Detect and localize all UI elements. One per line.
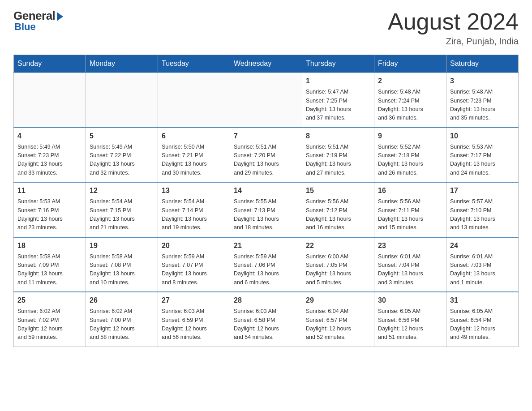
calendar-day-cell: 19Sunrise: 5:58 AMSunset: 7:08 PMDayligh… — [86, 237, 158, 292]
calendar-day-cell: 17Sunrise: 5:57 AMSunset: 7:10 PMDayligh… — [446, 182, 519, 237]
calendar-day-cell: 28Sunrise: 6:03 AMSunset: 6:58 PMDayligh… — [230, 292, 302, 347]
day-number: 16 — [378, 185, 442, 196]
day-info: Sunrise: 6:03 AMSunset: 6:59 PMDaylight:… — [162, 307, 226, 342]
day-number: 19 — [90, 240, 154, 251]
day-number: 25 — [17, 295, 82, 306]
day-number: 15 — [306, 185, 370, 196]
calendar-day-cell: 8Sunrise: 5:51 AMSunset: 7:19 PMDaylight… — [302, 128, 374, 183]
day-info: Sunrise: 5:48 AMSunset: 7:24 PMDaylight:… — [378, 88, 442, 123]
calendar-day-cell: 20Sunrise: 5:59 AMSunset: 7:07 PMDayligh… — [158, 237, 230, 292]
day-info: Sunrise: 5:56 AMSunset: 7:12 PMDaylight:… — [306, 197, 370, 232]
logo-blue-text: Blue — [14, 21, 36, 33]
calendar-table: SundayMondayTuesdayWednesdayThursdayFrid… — [13, 55, 519, 347]
calendar-day-cell: 15Sunrise: 5:56 AMSunset: 7:12 PMDayligh… — [302, 182, 374, 237]
day-info: Sunrise: 6:05 AMSunset: 6:54 PMDaylight:… — [450, 307, 515, 342]
calendar-day-cell: 9Sunrise: 5:52 AMSunset: 7:18 PMDaylight… — [374, 128, 446, 183]
day-info: Sunrise: 5:56 AMSunset: 7:11 PMDaylight:… — [378, 197, 442, 232]
day-info: Sunrise: 6:05 AMSunset: 6:56 PMDaylight:… — [378, 307, 442, 342]
day-info: Sunrise: 5:57 AMSunset: 7:10 PMDaylight:… — [450, 197, 515, 232]
logo-arrow-icon — [57, 12, 63, 21]
day-number: 28 — [234, 295, 298, 306]
day-info: Sunrise: 5:53 AMSunset: 7:17 PMDaylight:… — [450, 143, 515, 178]
day-info: Sunrise: 6:01 AMSunset: 7:03 PMDaylight:… — [450, 253, 515, 287]
day-info: Sunrise: 5:47 AMSunset: 7:25 PMDaylight:… — [306, 88, 370, 123]
day-number: 14 — [234, 185, 298, 196]
day-number: 30 — [378, 295, 442, 306]
calendar-header-sunday: Sunday — [14, 55, 86, 73]
day-number: 6 — [162, 131, 226, 141]
day-info: Sunrise: 6:04 AMSunset: 6:57 PMDaylight:… — [306, 307, 370, 342]
day-number: 17 — [450, 185, 515, 196]
day-number: 12 — [90, 185, 154, 196]
calendar-day-cell — [14, 73, 86, 128]
calendar-day-cell: 25Sunrise: 6:02 AMSunset: 7:02 PMDayligh… — [14, 292, 86, 347]
month-title: August 2024 — [388, 9, 519, 34]
day-info: Sunrise: 5:58 AMSunset: 7:09 PMDaylight:… — [17, 253, 82, 287]
day-info: Sunrise: 5:54 AMSunset: 7:14 PMDaylight:… — [162, 197, 226, 232]
calendar-week-row: 25Sunrise: 6:02 AMSunset: 7:02 PMDayligh… — [14, 292, 519, 347]
calendar-header-monday: Monday — [86, 55, 158, 73]
title-section: August 2024 Zira, Punjab, India — [388, 9, 519, 47]
calendar-header-friday: Friday — [374, 55, 446, 73]
calendar-day-cell — [86, 73, 158, 128]
calendar-header-thursday: Thursday — [302, 55, 374, 73]
calendar-day-cell: 5Sunrise: 5:49 AMSunset: 7:22 PMDaylight… — [86, 128, 158, 183]
day-info: Sunrise: 6:02 AMSunset: 7:02 PMDaylight:… — [17, 307, 82, 342]
day-number: 2 — [378, 76, 442, 86]
day-number: 22 — [306, 240, 370, 251]
calendar-day-cell: 2Sunrise: 5:48 AMSunset: 7:24 PMDaylight… — [374, 73, 446, 128]
day-number: 4 — [17, 131, 82, 141]
day-number: 8 — [306, 131, 370, 141]
calendar-day-cell: 18Sunrise: 5:58 AMSunset: 7:09 PMDayligh… — [14, 237, 86, 292]
calendar-day-cell: 7Sunrise: 5:51 AMSunset: 7:20 PMDaylight… — [230, 128, 302, 183]
calendar-day-cell: 26Sunrise: 6:02 AMSunset: 7:00 PMDayligh… — [86, 292, 158, 347]
calendar-day-cell: 24Sunrise: 6:01 AMSunset: 7:03 PMDayligh… — [446, 237, 519, 292]
day-number: 10 — [450, 131, 515, 141]
day-number: 9 — [378, 131, 442, 141]
calendar-day-cell: 10Sunrise: 5:53 AMSunset: 7:17 PMDayligh… — [446, 128, 519, 183]
day-info: Sunrise: 5:53 AMSunset: 7:16 PMDaylight:… — [17, 197, 82, 232]
calendar-day-cell: 31Sunrise: 6:05 AMSunset: 6:54 PMDayligh… — [446, 292, 519, 347]
day-number: 26 — [90, 295, 154, 306]
day-number: 18 — [17, 240, 82, 251]
calendar-day-cell: 22Sunrise: 6:00 AMSunset: 7:05 PMDayligh… — [302, 237, 374, 292]
calendar-day-cell: 3Sunrise: 5:48 AMSunset: 7:23 PMDaylight… — [446, 73, 519, 128]
day-number: 31 — [450, 295, 515, 306]
day-info: Sunrise: 5:58 AMSunset: 7:08 PMDaylight:… — [90, 253, 154, 287]
calendar-day-cell — [158, 73, 230, 128]
calendar-day-cell: 11Sunrise: 5:53 AMSunset: 7:16 PMDayligh… — [14, 182, 86, 237]
calendar-day-cell: 16Sunrise: 5:56 AMSunset: 7:11 PMDayligh… — [374, 182, 446, 237]
day-number: 29 — [306, 295, 370, 306]
day-number: 23 — [378, 240, 442, 251]
calendar-day-cell: 14Sunrise: 5:55 AMSunset: 7:13 PMDayligh… — [230, 182, 302, 237]
day-info: Sunrise: 5:49 AMSunset: 7:23 PMDaylight:… — [17, 143, 82, 178]
day-number: 3 — [450, 76, 515, 86]
calendar-day-cell: 1Sunrise: 5:47 AMSunset: 7:25 PMDaylight… — [302, 73, 374, 128]
day-number: 24 — [450, 240, 515, 251]
calendar-day-cell: 29Sunrise: 6:04 AMSunset: 6:57 PMDayligh… — [302, 292, 374, 347]
calendar-day-cell — [230, 73, 302, 128]
calendar-day-cell: 30Sunrise: 6:05 AMSunset: 6:56 PMDayligh… — [374, 292, 446, 347]
calendar-week-row: 18Sunrise: 5:58 AMSunset: 7:09 PMDayligh… — [14, 237, 519, 292]
day-number: 21 — [234, 240, 298, 251]
day-info: Sunrise: 6:03 AMSunset: 6:58 PMDaylight:… — [234, 307, 298, 342]
calendar-day-cell: 13Sunrise: 5:54 AMSunset: 7:14 PMDayligh… — [158, 182, 230, 237]
calendar-week-row: 1Sunrise: 5:47 AMSunset: 7:25 PMDaylight… — [14, 73, 519, 128]
calendar-day-cell: 6Sunrise: 5:50 AMSunset: 7:21 PMDaylight… — [158, 128, 230, 183]
day-info: Sunrise: 6:02 AMSunset: 7:00 PMDaylight:… — [90, 307, 154, 342]
calendar-header-saturday: Saturday — [446, 55, 519, 73]
day-info: Sunrise: 5:59 AMSunset: 7:06 PMDaylight:… — [234, 253, 298, 287]
day-number: 20 — [162, 240, 226, 251]
day-number: 13 — [162, 185, 226, 196]
calendar-header-wednesday: Wednesday — [230, 55, 302, 73]
calendar-day-cell: 4Sunrise: 5:49 AMSunset: 7:23 PMDaylight… — [14, 128, 86, 183]
calendar-header-row: SundayMondayTuesdayWednesdayThursdayFrid… — [14, 55, 519, 73]
day-info: Sunrise: 5:59 AMSunset: 7:07 PMDaylight:… — [162, 253, 226, 287]
day-info: Sunrise: 5:51 AMSunset: 7:20 PMDaylight:… — [234, 143, 298, 178]
day-number: 27 — [162, 295, 226, 306]
day-number: 7 — [234, 131, 298, 141]
day-info: Sunrise: 6:01 AMSunset: 7:04 PMDaylight:… — [378, 253, 442, 287]
calendar-day-cell: 12Sunrise: 5:54 AMSunset: 7:15 PMDayligh… — [86, 182, 158, 237]
logo: General Blue — [13, 9, 63, 33]
calendar-week-row: 11Sunrise: 5:53 AMSunset: 7:16 PMDayligh… — [14, 182, 519, 237]
